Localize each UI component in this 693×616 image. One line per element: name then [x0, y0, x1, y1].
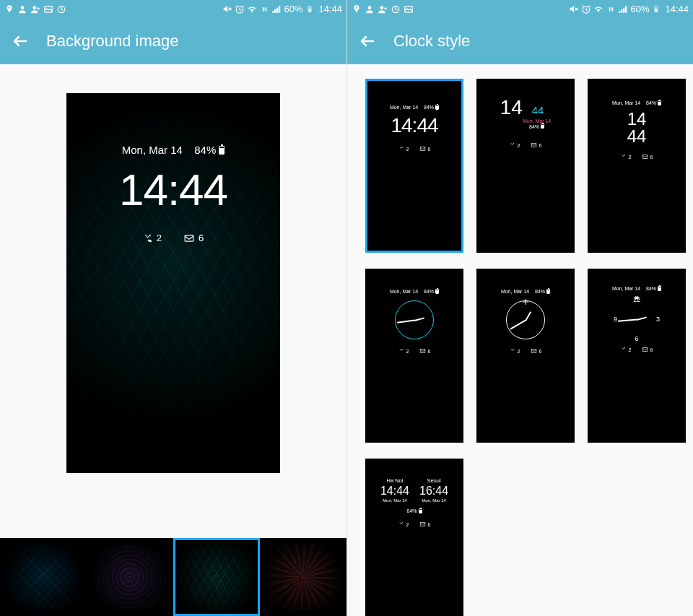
mail-icon: 6 — [183, 233, 204, 243]
gallery-icon — [43, 4, 53, 14]
svg-rect-23 — [420, 523, 425, 526]
person-add-icon — [30, 4, 40, 14]
thumbnail-pattern-blue[interactable] — [0, 538, 87, 616]
network-type-icon: H — [259, 4, 269, 14]
clock-style-digital-split[interactable]: 1444Mon, Mar 1484% 2 6 — [476, 79, 575, 253]
app-bar: Clock style — [347, 18, 693, 64]
person-icon — [365, 4, 375, 14]
wifi-hotspot-icon — [4, 4, 14, 14]
clock-style-dual-city[interactable]: Ha Noi 14:44 Mon, Mar 14 Seoul 16:44 Mon… — [365, 459, 463, 616]
preview-time: 14:44 — [66, 164, 280, 215]
status-bar: H 60% 14:44 — [347, 0, 693, 18]
wifi-hotspot-icon — [352, 4, 362, 14]
page-title: Background image — [46, 32, 178, 51]
background-preview: Mon, Mar 14 84% 14:44 2 6 — [66, 93, 280, 473]
battery-icon — [651, 4, 661, 14]
status-time: 14:44 — [665, 4, 689, 14]
wifi-icon — [247, 4, 257, 14]
preview-area: Mon, Mar 14 84% 14:44 2 6 — [0, 64, 346, 538]
alarm-icon — [235, 4, 245, 14]
svg-rect-17 — [420, 147, 425, 151]
panel-clock-style: H 60% 14:44 Clock style Mon, Mar 14 84% … — [346, 0, 693, 616]
svg-point-0 — [21, 6, 25, 9]
battery-pct: 60% — [284, 4, 302, 14]
background-thumbnails — [0, 538, 346, 616]
clock-style-digital-stack[interactable]: Mon, Mar 14 84% 14 44 2 6 — [588, 79, 686, 253]
person-icon — [17, 4, 27, 14]
clock-style-digital-single[interactable]: Mon, Mar 14 84% 14:44 2 6 — [365, 79, 463, 253]
sync-icon — [56, 4, 66, 14]
svg-rect-20 — [420, 350, 425, 353]
svg-point-9 — [368, 6, 372, 9]
svg-rect-7 — [309, 9, 311, 12]
back-arrow-icon[interactable] — [359, 32, 376, 50]
svg-rect-18 — [531, 144, 536, 147]
back-arrow-icon[interactable] — [12, 32, 29, 50]
mute-icon — [222, 4, 232, 14]
sync-icon — [391, 4, 401, 14]
mute-icon — [569, 4, 579, 14]
thumbnail-pattern-leaf[interactable] — [173, 538, 260, 616]
status-time: 14:44 — [318, 4, 342, 14]
status-bar: H 60% 14:44 — [0, 0, 346, 18]
clock-style-grid[interactable]: Mon, Mar 14 84% 14:44 2 6 1444Mon, Mar 1… — [347, 64, 693, 616]
preview-notifications: 2 6 — [66, 233, 280, 243]
svg-rect-16 — [655, 9, 658, 12]
battery-pct: 60% — [630, 4, 649, 14]
svg-rect-21 — [531, 350, 536, 353]
svg-rect-19 — [642, 155, 648, 159]
svg-rect-15 — [656, 6, 658, 6]
gallery-icon — [404, 4, 414, 14]
signal-icon — [618, 4, 628, 14]
thumbnail-pattern-purple[interactable] — [87, 538, 173, 616]
thumbnail-pattern-red[interactable] — [260, 538, 346, 616]
clock-style-analog-white[interactable]: Mon, Mar 14 84% — [476, 269, 575, 443]
battery-icon — [305, 4, 315, 14]
app-bar: Background image — [0, 18, 346, 64]
svg-point-1 — [33, 6, 37, 9]
clock-style-analog-numbers[interactable]: Mon, Mar 14 84% 12 3 6 9 — [588, 269, 686, 443]
page-title: Clock style — [393, 32, 470, 51]
preview-date-line: Mon, Mar 14 84% — [122, 144, 225, 156]
person-add-icon — [378, 4, 388, 14]
svg-rect-22 — [642, 348, 648, 352]
battery-icon — [219, 146, 225, 155]
svg-point-10 — [380, 6, 384, 9]
missed-call-icon: 2 — [143, 233, 162, 243]
clock-style-analog-cyan[interactable]: Mon, Mar 14 84% 2 6 — [365, 269, 463, 443]
panel-background-image: H 60% 14:44 Background image Mon, Mar 14… — [0, 0, 346, 616]
svg-rect-6 — [310, 6, 311, 6]
wifi-icon — [593, 4, 603, 14]
alarm-icon — [581, 4, 591, 14]
svg-rect-8 — [185, 235, 193, 240]
network-type-icon: H — [606, 4, 616, 14]
signal-icon — [271, 4, 282, 14]
